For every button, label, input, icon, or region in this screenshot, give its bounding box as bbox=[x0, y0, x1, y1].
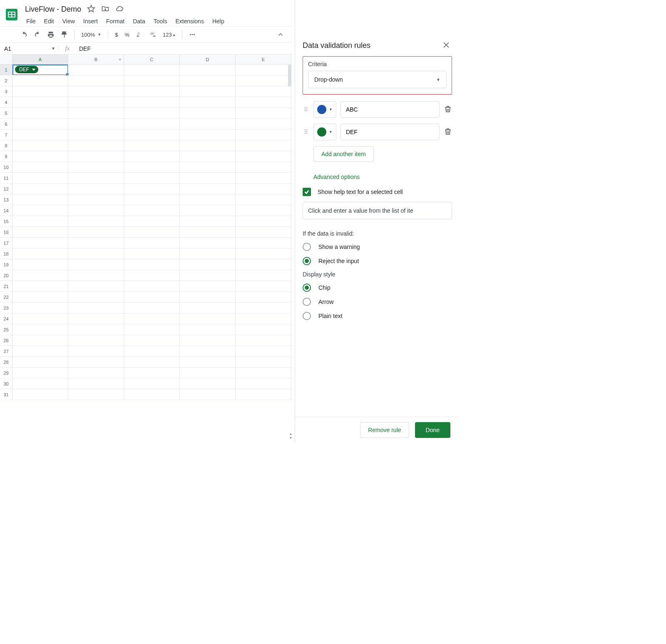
row-header-20[interactable]: 20 bbox=[0, 270, 12, 281]
name-box[interactable]: A1▼ bbox=[0, 45, 59, 52]
row-header-21[interactable]: 21 bbox=[0, 281, 12, 292]
collapse-toolbar[interactable] bbox=[275, 29, 286, 40]
select-all-corner[interactable] bbox=[0, 55, 12, 64]
add-item-button[interactable]: Add another item bbox=[313, 146, 374, 162]
document-name[interactable]: LiveFlow - Demo bbox=[22, 4, 84, 15]
decrease-decimal[interactable]: .0 bbox=[134, 29, 145, 40]
row-header-2[interactable]: 2 bbox=[0, 75, 12, 86]
toolbar: 100%▼ $ % .0 .00 123 ▾ bbox=[0, 26, 291, 43]
menu-view[interactable]: View bbox=[59, 16, 79, 26]
row-header-31[interactable]: 31 bbox=[0, 389, 12, 400]
radio-button[interactable] bbox=[303, 257, 311, 265]
row-header-29[interactable]: 29 bbox=[0, 368, 12, 378]
delete-option-button[interactable] bbox=[444, 105, 452, 114]
sheets-logo[interactable] bbox=[3, 3, 20, 26]
radio-button[interactable] bbox=[303, 243, 311, 251]
star-icon[interactable] bbox=[87, 5, 95, 14]
menu-help[interactable]: Help bbox=[209, 16, 228, 26]
row-header-25[interactable]: 25 bbox=[0, 324, 12, 335]
row-header-7[interactable]: 7 bbox=[0, 129, 12, 140]
row-header-10[interactable]: 10 bbox=[0, 162, 12, 173]
color-swatch[interactable]: ▼ bbox=[313, 124, 336, 140]
menu-insert[interactable]: Insert bbox=[80, 16, 102, 26]
menu-edit[interactable]: Edit bbox=[40, 16, 58, 26]
menu-format[interactable]: Format bbox=[102, 16, 128, 26]
row-header-4[interactable]: 4 bbox=[0, 97, 12, 108]
row-header-23[interactable]: 23 bbox=[0, 303, 12, 313]
menu-tools[interactable]: Tools bbox=[150, 16, 171, 26]
row-header-19[interactable]: 19 bbox=[0, 259, 12, 270]
panel-title: Data validation rules bbox=[303, 41, 370, 50]
format-percent[interactable]: % bbox=[122, 32, 132, 38]
display-option[interactable]: Chip bbox=[303, 283, 456, 292]
help-text-checkbox[interactable] bbox=[303, 188, 311, 196]
column-header-A[interactable]: A bbox=[12, 55, 68, 64]
display-option[interactable]: Plain text bbox=[303, 312, 456, 320]
radio-button[interactable] bbox=[303, 312, 311, 320]
row-header-28[interactable]: 28 bbox=[0, 357, 12, 368]
remove-rule-button[interactable]: Remove rule bbox=[360, 422, 409, 438]
close-button[interactable] bbox=[442, 41, 450, 50]
row-header-22[interactable]: 22 bbox=[0, 292, 12, 303]
invalid-option[interactable]: Show a warning bbox=[303, 243, 456, 251]
radio-button[interactable] bbox=[303, 298, 311, 306]
row-header-17[interactable]: 17 bbox=[0, 238, 12, 249]
row-header-30[interactable]: 30 bbox=[0, 378, 12, 389]
row-header-14[interactable]: 14 bbox=[0, 205, 12, 216]
option-value-input[interactable] bbox=[340, 124, 440, 140]
row-header-3[interactable]: 3 bbox=[0, 86, 12, 97]
row-header-15[interactable]: 15 bbox=[0, 216, 12, 227]
row-header-26[interactable]: 26 bbox=[0, 335, 12, 346]
row-header-5[interactable]: 5 bbox=[0, 108, 12, 119]
spreadsheet-grid[interactable]: AB▾CDE 123456789101112131415161718192021… bbox=[0, 55, 291, 400]
formula-input[interactable]: DEF bbox=[76, 45, 291, 52]
print-button[interactable] bbox=[45, 29, 57, 40]
radio-button[interactable] bbox=[303, 283, 311, 292]
row-header-11[interactable]: 11 bbox=[0, 173, 12, 184]
display-option[interactable]: Arrow bbox=[303, 298, 456, 306]
done-button[interactable]: Done bbox=[415, 422, 450, 438]
scroll-arrows[interactable]: ▲▼ bbox=[289, 432, 293, 440]
redo-button[interactable] bbox=[32, 29, 43, 40]
help-text-input[interactable]: Click and enter a value from the list of… bbox=[303, 202, 452, 219]
row-header-6[interactable]: 6 bbox=[0, 119, 12, 129]
cloud-status-icon[interactable] bbox=[115, 5, 124, 14]
drag-handle-icon[interactable]: ⠿ bbox=[303, 108, 309, 111]
increase-decimal[interactable]: .00 bbox=[147, 29, 159, 40]
criteria-select[interactable]: Drop-down ▼ bbox=[308, 71, 447, 88]
row-header-1[interactable]: 1 bbox=[0, 65, 12, 75]
menu-file[interactable]: File bbox=[22, 16, 40, 26]
zoom-select[interactable]: 100%▼ bbox=[79, 32, 104, 38]
option-value-input[interactable] bbox=[340, 101, 440, 118]
invalid-option[interactable]: Reject the input bbox=[303, 257, 456, 265]
column-header-B[interactable]: B▾ bbox=[68, 55, 124, 64]
data-validation-panel: Data validation rules Criteria Drop-down… bbox=[295, 0, 458, 443]
column-header-D[interactable]: D bbox=[180, 55, 236, 64]
advanced-options-toggle[interactable]: Advanced options bbox=[313, 174, 456, 180]
paint-format-button[interactable] bbox=[58, 29, 70, 40]
row-header-8[interactable]: 8 bbox=[0, 140, 12, 151]
display-label: Chip bbox=[318, 284, 331, 291]
menu-extensions[interactable]: Extensions bbox=[171, 16, 207, 26]
row-header-27[interactable]: 27 bbox=[0, 346, 12, 357]
column-header-E[interactable]: E bbox=[236, 55, 291, 64]
more-toolbar[interactable] bbox=[186, 29, 198, 40]
vertical-scrollbar[interactable] bbox=[288, 65, 291, 87]
svg-text:.0: .0 bbox=[137, 32, 139, 35]
move-icon[interactable] bbox=[101, 5, 109, 14]
menu-data[interactable]: Data bbox=[129, 16, 149, 26]
row-header-16[interactable]: 16 bbox=[0, 227, 12, 238]
row-header-18[interactable]: 18 bbox=[0, 249, 12, 259]
format-currency[interactable]: $ bbox=[112, 32, 120, 38]
row-header-12[interactable]: 12 bbox=[0, 184, 12, 194]
delete-option-button[interactable] bbox=[444, 127, 452, 137]
format-123[interactable]: 123 ▾ bbox=[160, 32, 178, 38]
row-header-24[interactable]: 24 bbox=[0, 313, 12, 324]
undo-button[interactable] bbox=[18, 29, 30, 40]
column-header-C[interactable]: C bbox=[124, 55, 180, 64]
row-header-9[interactable]: 9 bbox=[0, 151, 12, 162]
row-header-13[interactable]: 13 bbox=[0, 194, 12, 205]
color-swatch[interactable]: ▼ bbox=[313, 101, 336, 118]
help-text-label: Show help text for a selected cell bbox=[318, 189, 403, 195]
drag-handle-icon[interactable]: ⠿ bbox=[303, 131, 309, 133]
